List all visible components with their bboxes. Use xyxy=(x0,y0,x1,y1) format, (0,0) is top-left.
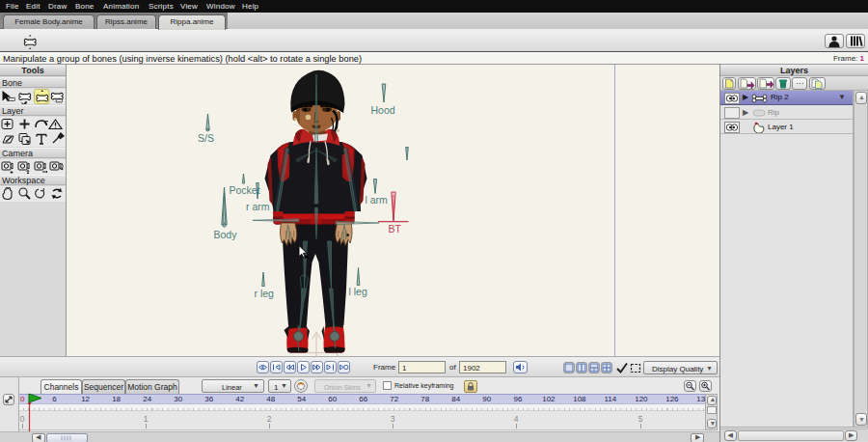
svg-text:r arm: r arm xyxy=(246,201,270,212)
svg-text:S/S: S/S xyxy=(198,132,214,144)
svg-text:l arm: l arm xyxy=(366,194,389,206)
svg-text:l leg: l leg xyxy=(349,286,367,297)
svg-text:r leg: r leg xyxy=(255,288,275,299)
svg-text:BT: BT xyxy=(389,223,402,235)
svg-text:Hood: Hood xyxy=(371,104,395,116)
svg-text:Pocket: Pocket xyxy=(230,184,260,196)
svg-text:Body: Body xyxy=(214,229,238,240)
